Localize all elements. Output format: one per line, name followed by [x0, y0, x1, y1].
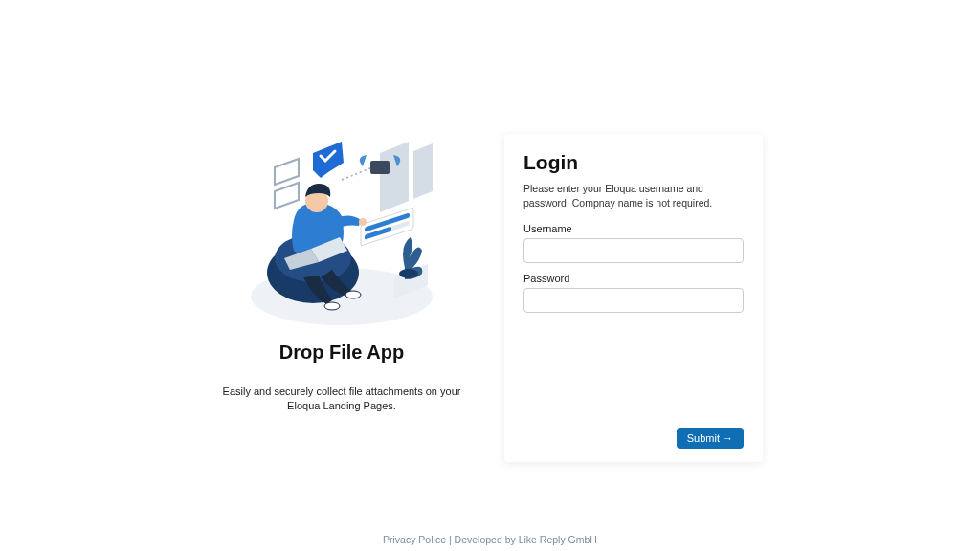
- password-label: Password: [523, 273, 744, 284]
- privacy-link[interactable]: Privacy Police: [383, 534, 446, 545]
- username-field-group: Username: [523, 223, 744, 263]
- login-card: Login Please enter your Eloqua username …: [504, 134, 763, 462]
- submit-row: Submit →: [523, 428, 744, 449]
- svg-point-10: [345, 291, 361, 298]
- app-description: Easily and securely collect file attachm…: [217, 385, 466, 414]
- username-label: Username: [523, 223, 744, 234]
- password-field-group: Password: [523, 273, 744, 313]
- left-column: Drop File App Easily and securely collec…: [217, 134, 466, 462]
- svg-point-11: [359, 218, 367, 226]
- svg-point-8: [399, 269, 418, 278]
- footer-credit: Developed by Like Reply GmbH: [455, 534, 597, 545]
- login-description: Please enter your Eloqua username and pa…: [523, 182, 744, 209]
- upload-illustration: [236, 134, 447, 330]
- footer: Privacy Police | Developed by Like Reply…: [0, 534, 980, 545]
- footer-separator: |: [446, 534, 455, 545]
- submit-button[interactable]: Submit →: [677, 428, 744, 449]
- svg-rect-1: [370, 161, 390, 174]
- username-input[interactable]: [523, 238, 744, 263]
- main-content: Drop File App Easily and securely collec…: [0, 134, 980, 462]
- password-input[interactable]: [523, 288, 744, 313]
- svg-point-9: [324, 302, 340, 310]
- app-title: Drop File App: [217, 342, 466, 364]
- login-heading: Login: [523, 151, 744, 174]
